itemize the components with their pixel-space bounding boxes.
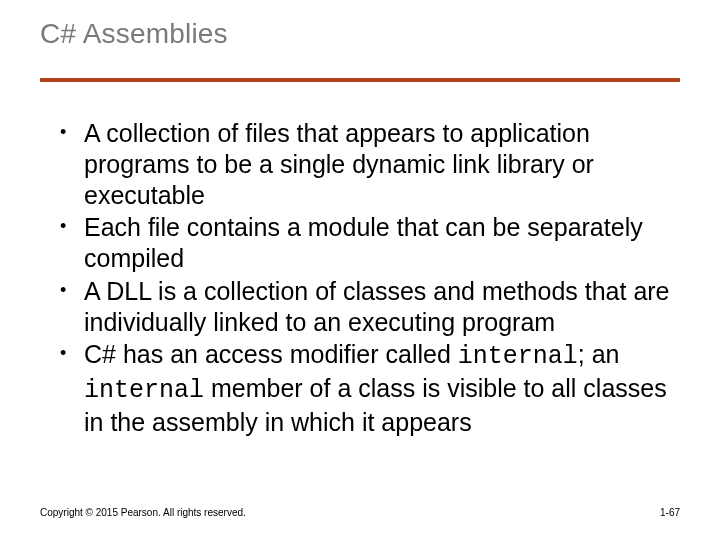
code-text: internal bbox=[458, 342, 578, 371]
bullet-list: A collection of files that appears to ap… bbox=[60, 118, 670, 438]
slide: C# Assemblies A collection of files that… bbox=[0, 0, 720, 540]
list-item: Each file contains a module that can be … bbox=[60, 212, 670, 274]
bullet-text: C# has an access modifier called bbox=[84, 340, 458, 368]
footer-copyright: Copyright © 2015 Pearson. All rights res… bbox=[40, 507, 246, 518]
list-item: A collection of files that appears to ap… bbox=[60, 118, 670, 210]
code-text: internal bbox=[84, 376, 204, 405]
footer-page-number: 1-67 bbox=[660, 507, 680, 518]
list-item: C# has an access modifier called interna… bbox=[60, 339, 670, 437]
slide-body: A collection of files that appears to ap… bbox=[60, 118, 670, 440]
list-item: A DLL is a collection of classes and met… bbox=[60, 276, 670, 338]
bullet-text: A DLL is a collection of classes and met… bbox=[84, 277, 670, 336]
slide-title: C# Assemblies bbox=[40, 18, 228, 50]
title-rule bbox=[40, 78, 680, 82]
bullet-text: A collection of files that appears to ap… bbox=[84, 119, 594, 209]
bullet-text: ; an bbox=[578, 340, 620, 368]
bullet-text: Each file contains a module that can be … bbox=[84, 213, 643, 272]
